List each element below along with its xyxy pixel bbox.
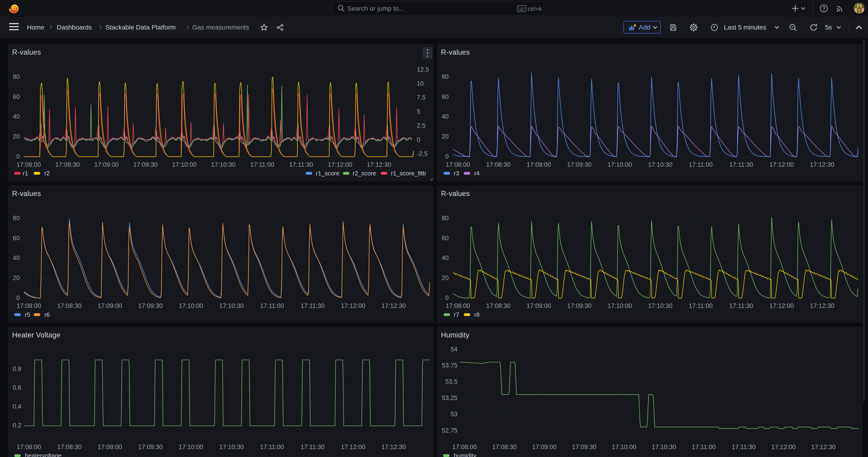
svg-text:r6: r6 xyxy=(44,311,50,318)
svg-text:60: 60 xyxy=(442,93,448,100)
svg-text:-2.5: -2.5 xyxy=(417,150,428,157)
svg-text:17:08:00: 17:08:00 xyxy=(16,161,41,168)
svg-text:17:12:30: 17:12:30 xyxy=(810,302,834,309)
svg-text:17:09:00: 17:09:00 xyxy=(94,161,119,168)
svg-text:17:12:30: 17:12:30 xyxy=(367,161,391,168)
svg-text:17:08:00: 17:08:00 xyxy=(17,302,41,309)
svg-text:r5: r5 xyxy=(25,311,30,318)
svg-text:17:08:30: 17:08:30 xyxy=(57,444,82,451)
svg-text:r2_score: r2_score xyxy=(353,170,376,177)
svg-text:17:12:00: 17:12:00 xyxy=(328,161,352,168)
svg-text:17:12:00: 17:12:00 xyxy=(769,302,794,309)
svg-text:0.2: 0.2 xyxy=(12,422,21,429)
svg-text:60: 60 xyxy=(13,93,20,100)
svg-text:0: 0 xyxy=(417,136,420,143)
svg-text:r2: r2 xyxy=(44,170,50,177)
svg-text:17:08:30: 17:08:30 xyxy=(492,444,517,451)
svg-text:54: 54 xyxy=(451,346,458,353)
svg-text:17:10:00: 17:10:00 xyxy=(608,302,632,309)
svg-text:17:10:30: 17:10:30 xyxy=(211,161,236,168)
svg-text:17:11:00: 17:11:00 xyxy=(692,444,716,451)
svg-text:40: 40 xyxy=(442,254,448,262)
svg-text:52.75: 52.75 xyxy=(442,427,458,434)
svg-text:17:08:30: 17:08:30 xyxy=(55,161,80,168)
svg-text:17:11:00: 17:11:00 xyxy=(250,161,274,168)
svg-text:40: 40 xyxy=(13,254,20,262)
svg-text:17:09:00: 17:09:00 xyxy=(98,444,122,451)
svg-text:17:12:30: 17:12:30 xyxy=(811,444,835,451)
svg-text:53.25: 53.25 xyxy=(442,394,458,401)
svg-text:17:11:00: 17:11:00 xyxy=(689,302,713,309)
svg-text:53: 53 xyxy=(451,411,458,418)
svg-text:17:08:30: 17:08:30 xyxy=(486,302,510,309)
svg-text:17:11:30: 17:11:30 xyxy=(732,444,755,451)
svg-text:R-values: R-values xyxy=(12,48,41,56)
svg-text:17:11:00: 17:11:00 xyxy=(260,302,284,309)
svg-text:r1_score: r1_score xyxy=(316,170,339,177)
svg-text:17:09:00: 17:09:00 xyxy=(98,302,122,309)
svg-text:17:11:30: 17:11:30 xyxy=(729,161,753,168)
svg-text:0.4: 0.4 xyxy=(12,403,21,410)
svg-text:17:11:00: 17:11:00 xyxy=(260,444,284,451)
svg-text:0: 0 xyxy=(16,153,20,160)
svg-text:10: 10 xyxy=(417,80,424,87)
svg-text:20: 20 xyxy=(13,274,20,281)
svg-text:60: 60 xyxy=(442,235,448,242)
svg-text:20: 20 xyxy=(442,133,448,140)
svg-text:80: 80 xyxy=(442,215,448,222)
svg-text:17:10:00: 17:10:00 xyxy=(612,444,636,451)
svg-text:12.5: 12.5 xyxy=(417,66,429,73)
svg-text:20: 20 xyxy=(13,133,20,140)
svg-text:r8: r8 xyxy=(474,311,479,318)
svg-text:17:12:30: 17:12:30 xyxy=(381,302,406,309)
svg-text:17:08:00: 17:08:00 xyxy=(17,444,41,451)
svg-text:17:10:00: 17:10:00 xyxy=(179,302,203,309)
svg-text:17:12:30: 17:12:30 xyxy=(810,161,834,168)
svg-text:17:10:30: 17:10:30 xyxy=(648,161,673,168)
svg-text:80: 80 xyxy=(442,73,448,80)
svg-text:0.6: 0.6 xyxy=(12,384,21,391)
svg-text:R-values: R-values xyxy=(12,189,41,198)
svg-text:17:11:30: 17:11:30 xyxy=(301,302,324,309)
svg-text:7.5: 7.5 xyxy=(417,94,426,101)
svg-text:Humidity: Humidity xyxy=(441,331,469,339)
svg-text:17:09:30: 17:09:30 xyxy=(572,444,596,451)
svg-text:17:12:00: 17:12:00 xyxy=(341,302,365,309)
svg-text:0: 0 xyxy=(16,295,20,301)
svg-text:17:10:00: 17:10:00 xyxy=(608,161,632,168)
svg-text:17:10:00: 17:10:00 xyxy=(179,444,203,451)
svg-text:17:12:30: 17:12:30 xyxy=(381,444,406,451)
svg-text:17:08:00: 17:08:00 xyxy=(453,444,477,451)
svg-text:17:09:00: 17:09:00 xyxy=(527,302,551,309)
svg-text:r1: r1 xyxy=(23,170,28,177)
svg-text:17:11:00: 17:11:00 xyxy=(689,161,713,168)
svg-text:17:09:00: 17:09:00 xyxy=(527,161,551,168)
svg-text:5: 5 xyxy=(417,108,420,115)
svg-text:60: 60 xyxy=(13,235,20,242)
svg-text:17:08:30: 17:08:30 xyxy=(57,302,82,309)
svg-text:17:08:00: 17:08:00 xyxy=(445,161,470,168)
svg-text:Heater Voltage: Heater Voltage xyxy=(12,331,60,339)
svg-text:80: 80 xyxy=(13,215,20,222)
svg-text:heatervoltage: heatervoltage xyxy=(25,452,62,457)
svg-text:17:11:30: 17:11:30 xyxy=(301,444,324,451)
svg-text:17:10:30: 17:10:30 xyxy=(219,302,244,309)
svg-text:40: 40 xyxy=(442,113,448,120)
svg-text:20: 20 xyxy=(442,274,448,281)
svg-text:53.5: 53.5 xyxy=(445,378,458,385)
svg-text:17:11:30: 17:11:30 xyxy=(729,302,753,309)
svg-text:17:09:00: 17:09:00 xyxy=(532,444,557,451)
svg-text:17:08:00: 17:08:00 xyxy=(445,302,470,309)
svg-text:17:12:00: 17:12:00 xyxy=(769,161,794,168)
svg-text:40: 40 xyxy=(13,113,20,120)
svg-text:2.5: 2.5 xyxy=(417,122,426,129)
svg-text:17:10:30: 17:10:30 xyxy=(648,302,673,309)
svg-text:17:12:00: 17:12:00 xyxy=(771,444,796,451)
svg-text:0: 0 xyxy=(445,153,448,160)
svg-text:0: 0 xyxy=(445,295,448,301)
svg-text:r4: r4 xyxy=(474,170,479,177)
svg-text:17:09:30: 17:09:30 xyxy=(567,302,591,309)
svg-text:0.8: 0.8 xyxy=(12,365,21,372)
svg-text:humidity: humidity xyxy=(454,452,476,457)
svg-text:17:10:00: 17:10:00 xyxy=(172,161,196,168)
